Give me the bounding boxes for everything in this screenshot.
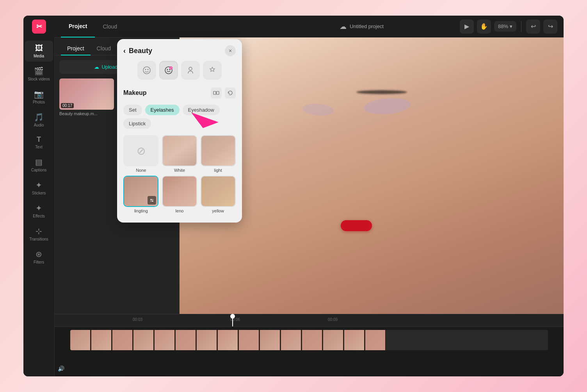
beauty-panel: ‹ Beauty × — [117, 39, 242, 223]
beauty-tab-makeup[interactable] — [159, 61, 178, 80]
filter-eyeshadow[interactable]: Eyeshadow — [183, 105, 220, 115]
sidebar-label-captions: Captions — [31, 168, 46, 173]
sidebar-item-media[interactable]: 🖼 Media — [25, 41, 53, 62]
upload-label: Upload — [101, 64, 117, 70]
face-tab-icon — [142, 66, 151, 75]
sidebar-item-text[interactable]: T Text — [25, 132, 53, 153]
beauty-section-title: Makeup — [123, 89, 147, 96]
timeline-ruler: 00:03 00:06 00:09 — [55, 314, 564, 327]
timeline-thumb-1 — [70, 330, 91, 350]
sidebar-item-audio[interactable]: 🎵 Audio — [25, 109, 53, 131]
sidebar-item-effects[interactable]: ✦ Effects — [25, 200, 53, 222]
svg-point-7 — [189, 67, 192, 70]
beauty-item-light-label: light — [214, 168, 222, 173]
redo-button[interactable]: ↪ — [543, 20, 557, 34]
beauty-item-light-thumb — [201, 135, 236, 166]
sidebar-item-captions[interactable]: ▤ Captions — [25, 154, 53, 176]
beauty-item-yellow-inner — [201, 176, 235, 206]
filter-set[interactable]: Set — [123, 105, 142, 115]
beauty-item-leno[interactable]: leno — [162, 176, 197, 213]
timeline-thumb-15 — [365, 330, 386, 350]
beauty-item-leno-thumb — [162, 176, 197, 207]
timeline-thumb-10 — [260, 330, 280, 350]
sidebar-item-stickers[interactable]: ✦ Stickers — [25, 177, 53, 199]
timeline-playhead-top — [230, 314, 235, 319]
filter-lipstick[interactable]: Lipstick — [123, 118, 151, 129]
none-icon: ⊘ — [137, 144, 146, 157]
eyelash-area — [356, 90, 407, 94]
beauty-item-yellow[interactable]: yellow — [200, 176, 236, 213]
sidebar-label-filters: Filters — [34, 260, 44, 265]
timeline-thumb-9 — [239, 330, 259, 350]
panel-tab-cloud[interactable]: Cloud — [91, 42, 117, 55]
timeline-thumb-5 — [155, 330, 175, 350]
beauty-tabs — [117, 61, 242, 84]
timeline-thumb-6 — [176, 330, 196, 350]
beauty-item-white-inner — [163, 136, 196, 166]
timeline-thumb-11 — [281, 330, 301, 350]
svg-rect-9 — [217, 91, 219, 94]
timeline-thumb-14 — [344, 330, 365, 350]
volume-icon[interactable]: 🔊 — [58, 365, 64, 372]
timeline-track[interactable] — [70, 330, 548, 350]
makeup-tab-icon — [164, 66, 173, 75]
beauty-items-grid: ⊘ None White light — [117, 132, 242, 216]
beauty-item-light[interactable]: light — [200, 135, 236, 173]
beauty-item-yellow-thumb — [201, 176, 236, 207]
svg-point-2 — [148, 69, 149, 70]
body-tab-icon — [186, 66, 195, 75]
beauty-header: ‹ Beauty × — [117, 39, 242, 61]
sidebar: 🖼 Media 🎬 Stock videos 📷 Photos 🎵 Audio … — [23, 37, 55, 376]
media-thumb: 00:17 — [59, 78, 114, 110]
undo-button[interactable]: ↩ — [526, 20, 540, 34]
topbar-right: ▶ ✋ 88% ▾ ↩ ↪ — [460, 20, 564, 34]
timeline-thumb-7 — [197, 330, 217, 350]
sidebar-item-stock[interactable]: 🎬 Stock videos — [25, 63, 53, 85]
zoom-control[interactable]: 88% ▾ — [494, 21, 516, 32]
beauty-item-edit-icon[interactable] — [148, 196, 156, 205]
sidebar-item-transitions[interactable]: ⊹ Transitions — [25, 223, 53, 245]
timeline-thumb-13 — [323, 330, 343, 350]
beauty-close-button[interactable]: × — [225, 45, 236, 56]
filters-icon: ⊛ — [36, 249, 42, 259]
lips-area — [341, 220, 372, 231]
beauty-item-white[interactable]: White — [162, 135, 197, 173]
beauty-item-none[interactable]: ⊘ None — [123, 135, 159, 173]
beauty-tab-style[interactable] — [203, 61, 222, 80]
topbar-tabs: Project Cloud — [55, 16, 263, 37]
sidebar-label-text: Text — [35, 145, 42, 150]
sidebar-item-filters[interactable]: ⊛ Filters — [25, 246, 53, 268]
panel-tab-project[interactable]: Project — [61, 42, 91, 55]
beauty-item-lingting-label: lingting — [134, 208, 148, 213]
beauty-item-none-thumb: ⊘ — [123, 135, 158, 166]
topbar-center: ☁ Untitled project — [263, 22, 460, 31]
beauty-back-button[interactable]: ‹ Beauty — [123, 47, 152, 55]
tab-project[interactable]: Project — [61, 16, 95, 37]
beauty-title: Beauty — [129, 47, 152, 55]
beauty-item-light-inner — [201, 136, 235, 166]
svg-point-13 — [152, 201, 153, 202]
top-bar: ✂ Project Cloud ☁ Untitled project ▶ ✋ 8… — [23, 16, 564, 37]
timeline-thumb-3 — [112, 330, 133, 350]
media-item[interactable]: 00:17 Beauty makeup.m... — [59, 78, 114, 116]
timeline-clip — [70, 330, 386, 350]
effects-icon: ✦ — [36, 203, 42, 213]
compare-icon[interactable] — [211, 87, 222, 98]
beauty-item-none-label: None — [136, 168, 146, 173]
sidebar-item-photos[interactable]: 📷 Photos — [25, 86, 53, 108]
beauty-tab-body[interactable] — [181, 61, 200, 80]
sidebar-label-photos: Photos — [33, 100, 45, 105]
beauty-item-yellow-label: yellow — [212, 208, 224, 213]
reset-icon[interactable] — [225, 87, 236, 98]
play-button[interactable]: ▶ — [460, 20, 474, 34]
topbar-divider — [521, 21, 521, 32]
edit-sliders-icon — [149, 198, 154, 203]
timeline-playhead[interactable] — [232, 314, 233, 326]
beauty-item-white-label: White — [174, 168, 185, 173]
beauty-item-lingting[interactable]: lingting — [123, 176, 159, 213]
filter-eyelashes[interactable]: Eyelashes — [145, 105, 180, 115]
beauty-tab-face[interactable] — [137, 61, 156, 80]
tab-cloud[interactable]: Cloud — [95, 16, 125, 37]
hand-tool-button[interactable]: ✋ — [477, 20, 491, 34]
timeline-mark-1: 00:03 — [133, 317, 142, 322]
